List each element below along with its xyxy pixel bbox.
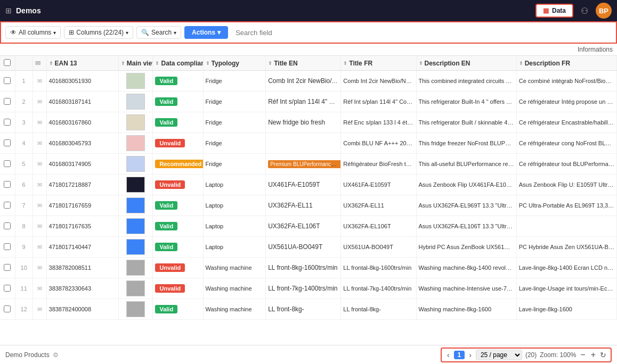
row-compliance: Valid bbox=[153, 237, 203, 258]
row-checkbox-cell[interactable] bbox=[0, 258, 15, 278]
prev-page-btn[interactable]: ‹ bbox=[446, 351, 451, 359]
row-checkbox-cell[interactable] bbox=[0, 71, 15, 92]
row-msg[interactable]: ✉ bbox=[33, 154, 46, 175]
sort-icon-4: ⬆ bbox=[206, 61, 210, 66]
row-checkbox[interactable] bbox=[4, 98, 11, 105]
footer: Demo Products ⚙ ‹ 1 › 25 / page 50 / pag… bbox=[0, 345, 617, 364]
row-msg[interactable]: ✉ bbox=[33, 237, 46, 258]
table-row: 2 ✉ 4016803187141 Valid Fridge Réf Int s… bbox=[0, 92, 617, 112]
th-ean[interactable]: ⬆ EAN 13 bbox=[46, 56, 118, 71]
row-title-en: UX362FA-EL11 bbox=[266, 195, 341, 216]
thumbnail bbox=[126, 260, 145, 276]
row-checkbox-cell[interactable] bbox=[0, 154, 15, 175]
row-num: 2 bbox=[15, 92, 33, 112]
th-desc-fr[interactable]: ⬆ Description FR bbox=[516, 56, 616, 71]
columns-icon: ⊞ bbox=[69, 29, 74, 36]
row-ean: 4718017167659 bbox=[46, 195, 118, 216]
row-checkbox-cell[interactable] bbox=[0, 278, 15, 299]
th-checkbox[interactable] bbox=[0, 56, 15, 71]
row-checkbox-cell[interactable] bbox=[0, 195, 15, 216]
th-desc-en[interactable]: ⬆ Description EN bbox=[416, 56, 516, 71]
chevron-down-icon-4: ▾ bbox=[217, 29, 221, 36]
select-all-checkbox[interactable] bbox=[4, 59, 11, 66]
row-msg[interactable]: ✉ bbox=[33, 133, 46, 154]
gear-icon[interactable]: ⚙ bbox=[53, 351, 59, 359]
col-label-typology: Typology bbox=[212, 60, 239, 67]
th-title-en[interactable]: ⬆ Title EN bbox=[266, 56, 341, 71]
tree-icon[interactable]: ⚇ bbox=[579, 4, 590, 18]
row-msg[interactable]: ✉ bbox=[33, 71, 46, 92]
row-title-en: UX461FA-E1059T bbox=[266, 175, 341, 195]
row-num: 9 bbox=[15, 237, 33, 258]
zoom-out-btn[interactable]: − bbox=[579, 350, 586, 360]
refresh-btn[interactable]: ↻ bbox=[600, 351, 606, 359]
th-compliance[interactable]: ⬆ Data compliance bbox=[153, 56, 203, 71]
row-checkbox[interactable] bbox=[4, 160, 11, 167]
row-checkbox[interactable] bbox=[4, 285, 11, 292]
row-msg[interactable]: ✉ bbox=[33, 258, 46, 278]
row-checkbox-cell[interactable] bbox=[0, 216, 15, 237]
row-checkbox[interactable] bbox=[4, 202, 11, 209]
actions-button[interactable]: Actions ▾ bbox=[184, 26, 228, 39]
table-body: 1 ✉ 4016803051930 Valid Fridge Comb Int … bbox=[0, 71, 617, 320]
grid-icon[interactable]: ⊞ bbox=[5, 6, 12, 15]
row-compliance: Valid bbox=[153, 299, 203, 320]
row-checkbox-cell[interactable] bbox=[0, 299, 15, 320]
row-checkbox[interactable] bbox=[4, 77, 11, 84]
row-checkbox[interactable] bbox=[4, 181, 11, 188]
row-compliance: Valid bbox=[153, 92, 203, 112]
row-msg[interactable]: ✉ bbox=[33, 92, 46, 112]
zoom-info: Zoom: 100% bbox=[540, 351, 576, 359]
row-desc-fr: Lave-linge-Usage int tours/min-Ecran LCD bbox=[516, 278, 616, 299]
avatar[interactable]: BP bbox=[596, 3, 612, 19]
columns-btn[interactable]: ⊞ Columns (22/24) ▾ bbox=[64, 26, 133, 39]
zoom-in-btn[interactable]: + bbox=[590, 350, 597, 360]
search-btn[interactable]: 🔍 Search ▾ bbox=[136, 26, 181, 39]
row-main-view bbox=[118, 175, 153, 195]
row-checkbox[interactable] bbox=[4, 119, 11, 126]
row-desc-en: Washing machine-8kg-1600 bbox=[416, 299, 516, 320]
row-checkbox-cell[interactable] bbox=[0, 175, 15, 195]
row-num: 6 bbox=[15, 175, 33, 195]
row-msg[interactable]: ✉ bbox=[33, 112, 46, 133]
footer-label: Demo Products bbox=[5, 351, 50, 359]
row-checkbox[interactable] bbox=[4, 139, 11, 146]
row-desc-fr: Ce réfrigérateur tout BLUPerformance se … bbox=[516, 154, 616, 175]
row-compliance: Unvalid bbox=[153, 258, 203, 278]
row-main-view bbox=[118, 92, 153, 112]
row-title-en: UX362FA-EL106T bbox=[266, 216, 341, 237]
row-msg[interactable]: ✉ bbox=[33, 195, 46, 216]
row-checkbox[interactable] bbox=[4, 264, 11, 271]
row-checkbox-cell[interactable] bbox=[0, 237, 15, 258]
th-main-view[interactable]: ⬆ Main view bbox=[118, 56, 153, 71]
row-desc-fr: PC Hybride Asus Zen UX561UA-BO049T 15 bbox=[516, 237, 616, 258]
row-msg[interactable]: ✉ bbox=[33, 278, 46, 299]
th-typology[interactable]: ⬆ Typology bbox=[203, 56, 266, 71]
row-checkbox-cell[interactable] bbox=[0, 112, 15, 133]
table-wrapper[interactable]: ✉ ⬆ EAN 13 ⬆ Main view bbox=[0, 56, 617, 345]
row-desc-fr: Ce réfrigérateur Encastrable/habillable bbox=[516, 112, 616, 133]
row-compliance: Valid bbox=[153, 71, 203, 92]
row-msg[interactable]: ✉ bbox=[33, 175, 46, 195]
row-main-view bbox=[118, 278, 153, 299]
data-button[interactable]: ▦ Data bbox=[535, 4, 573, 18]
per-page-select[interactable]: 25 / page 50 / page 100 / page bbox=[476, 350, 522, 360]
row-desc-en: Asus UX362FA-EL969T 13.3 "Ultra-Book PC … bbox=[416, 195, 516, 216]
row-checkbox[interactable] bbox=[4, 243, 11, 250]
row-checkbox-cell[interactable] bbox=[0, 92, 15, 112]
row-checkbox[interactable] bbox=[4, 222, 11, 229]
row-checkbox-cell[interactable] bbox=[0, 133, 15, 154]
th-title-fr[interactable]: ⬆ Title FR bbox=[341, 56, 416, 71]
thumbnail bbox=[126, 301, 145, 317]
search-input[interactable] bbox=[231, 27, 612, 39]
next-page-btn[interactable]: › bbox=[468, 351, 473, 359]
row-checkbox[interactable] bbox=[4, 305, 11, 312]
row-desc-fr: Ce combiné intégrab NoFrost/BioFresh pro bbox=[516, 71, 616, 92]
thumbnail bbox=[126, 177, 145, 193]
all-columns-btn[interactable]: 👁 All columns ▾ bbox=[5, 26, 61, 39]
row-title-fr: Comb Int 2cir NewBio/NoFrost/Ice bbox=[341, 71, 416, 92]
row-msg[interactable]: ✉ bbox=[33, 299, 46, 320]
row-typology: Fridge bbox=[203, 112, 266, 133]
row-msg[interactable]: ✉ bbox=[33, 216, 46, 237]
data-btn-label: Data bbox=[552, 7, 566, 14]
